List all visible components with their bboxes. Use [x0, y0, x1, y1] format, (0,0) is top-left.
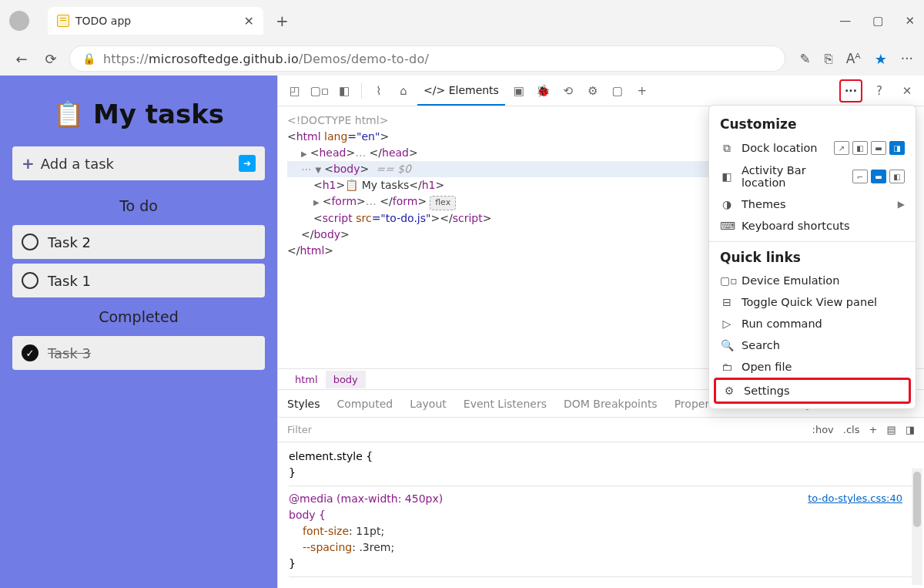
filter-input[interactable]: Filter	[287, 424, 312, 435]
menu-dock-location[interactable]: ⧉ Dock location ↗ ◧ ▬ ◨	[709, 136, 916, 160]
crumb-body[interactable]: body	[326, 371, 366, 388]
task-item[interactable]: Task 2	[12, 225, 265, 259]
style-rule-close: }	[289, 465, 913, 481]
plus-icon: +	[22, 154, 35, 173]
help-icon[interactable]: ?	[869, 84, 890, 98]
activity-pos-1[interactable]: ⌐	[852, 170, 868, 183]
subtab-styles[interactable]: Styles	[287, 398, 320, 410]
gear-icon[interactable]: ⚙	[582, 84, 604, 98]
styles-filter-bar: Filter :hov .cls + ▤ ◨	[278, 418, 924, 442]
dock-right-icon[interactable]: ◨	[889, 141, 905, 155]
activity-pos-3[interactable]: ◧	[889, 170, 905, 183]
style-source-link[interactable]: to-do-styles.css:40	[808, 491, 902, 506]
checkbox-icon[interactable]	[22, 272, 38, 289]
activity-icon: ◧	[720, 170, 734, 183]
sources-icon[interactable]: 🐞	[533, 84, 554, 98]
task-label: Task 3	[48, 345, 91, 361]
chevron-right-icon: ▶	[898, 199, 905, 210]
dock-bottom-icon[interactable]: ▬	[871, 141, 886, 155]
tab-favicon	[57, 15, 69, 27]
add-tab-icon[interactable]: +	[631, 84, 653, 98]
new-rule-icon[interactable]: +	[869, 424, 878, 435]
menu-activity-bar[interactable]: ◧ Activity Bar location ⌐ ▬ ◧	[709, 160, 916, 193]
computed-toggle-icon[interactable]: ◨	[906, 424, 915, 435]
perf-icon[interactable]: ⟲	[557, 84, 579, 98]
subtab-computed[interactable]: Computed	[336, 398, 393, 410]
quickview-icon: ⊟	[720, 296, 734, 308]
crumb-html[interactable]: html	[287, 371, 326, 388]
reload-button[interactable]: ⟳	[40, 51, 62, 67]
dock-left-icon[interactable]: ◧	[852, 141, 868, 155]
console-icon[interactable]: ▣	[508, 84, 530, 98]
new-tab-button[interactable]: +	[276, 12, 289, 30]
font-size-icon[interactable]: Aᴬ	[846, 51, 861, 66]
close-devtools-icon[interactable]: ✕	[896, 84, 918, 98]
maximize-button[interactable]: ▢	[872, 14, 883, 28]
menu-settings[interactable]: ⚙ Settings	[716, 380, 909, 402]
task-label: Task 1	[48, 273, 91, 289]
browser-menu-button[interactable]: ···	[901, 51, 913, 66]
favorite-icon[interactable]: ★	[875, 51, 887, 67]
dock-undock-icon[interactable]: ↗	[834, 141, 849, 155]
menu-keyboard-shortcuts[interactable]: ⌨ Keyboard shortcuts	[709, 215, 916, 237]
app-header: 📋 My tasks	[8, 80, 270, 143]
scroll-thumb[interactable]	[913, 472, 921, 527]
subtab-listeners[interactable]: Event Listeners	[464, 398, 547, 410]
browser-toolbar: ← ⟳ 🔒 https://microsoftedge.github.io/De…	[0, 42, 924, 76]
subtab-dombp[interactable]: DOM Breakpoints	[564, 398, 658, 410]
profile-avatar[interactable]	[9, 11, 29, 31]
minimize-button[interactable]: —	[839, 14, 851, 28]
device-emulation-icon: ▢▫	[720, 274, 734, 287]
hov-toggle[interactable]: :hov	[812, 424, 834, 435]
inspect-icon[interactable]: ◰	[284, 84, 306, 98]
flex-editor-icon[interactable]: ▤	[886, 424, 896, 435]
menu-run-command[interactable]: ▷ Run command	[709, 313, 916, 334]
window-controls: — ▢ ✕	[839, 14, 915, 28]
style-rule-close: }	[289, 556, 913, 572]
collections-icon[interactable]: ⎘	[825, 51, 832, 66]
address-bar[interactable]: 🔒 https://microsoftedge.github.io/Demos/…	[69, 45, 785, 72]
task-item[interactable]: Task 1	[12, 264, 265, 297]
browser-tab[interactable]: TODO app ✕	[48, 7, 263, 35]
scrollbar[interactable]	[912, 469, 922, 585]
menu-quick-view[interactable]: ⊟ Toggle Quick View panel	[709, 291, 916, 313]
keyboard-icon: ⌨	[720, 220, 734, 232]
dock-icon: ⧉	[720, 142, 734, 155]
back-button[interactable]: ←	[11, 51, 32, 67]
app-icon[interactable]: ▢	[607, 84, 628, 98]
devtools-more-button[interactable]: ···	[839, 79, 862, 102]
style-rule[interactable]: element.style {	[289, 449, 913, 465]
network-icon[interactable]: ⌇	[368, 84, 390, 98]
activity-pos-2[interactable]: ▬	[871, 170, 886, 183]
cls-toggle[interactable]: .cls	[843, 424, 860, 435]
checkbox-checked-icon[interactable]: ✓	[22, 344, 38, 361]
completed-section-label: Completed	[8, 302, 270, 331]
search-icon: 🔍	[720, 339, 734, 351]
menu-themes[interactable]: ◑ Themes ▶	[709, 193, 916, 215]
tab-title: TODO app	[75, 15, 238, 27]
home-icon[interactable]: ⌂	[393, 84, 414, 98]
menu-device-emulation[interactable]: ▢▫ Device Emulation	[709, 270, 916, 291]
styles-pane[interactable]: element.style { } to-do-styles.css:40 @m…	[278, 442, 924, 588]
browser-titlebar: TODO app ✕ + — ▢ ✕	[0, 0, 924, 42]
close-window-button[interactable]: ✕	[905, 14, 915, 28]
selector[interactable]: body {	[289, 509, 326, 521]
app-title: My tasks	[93, 99, 224, 129]
tab-elements[interactable]: </> Elements	[417, 76, 505, 106]
task-item-completed[interactable]: ✓ Task 3	[12, 336, 265, 370]
tab-close-icon[interactable]: ✕	[244, 14, 254, 29]
lock-icon: 🔒	[82, 52, 95, 65]
subtab-layout[interactable]: Layout	[410, 398, 447, 410]
checkbox-icon[interactable]	[22, 234, 38, 250]
submit-arrow-icon[interactable]: ➜	[239, 155, 256, 172]
edit-icon[interactable]: ✎	[799, 51, 810, 66]
panel-icon[interactable]: ◧	[333, 84, 355, 98]
add-task-input[interactable]: + Add a task ➜	[12, 146, 265, 180]
url-text: https://microsoftedge.github.io/Demos/de…	[103, 52, 429, 66]
menu-search[interactable]: 🔍 Search	[709, 334, 916, 356]
device-icon[interactable]: ▢▫	[309, 84, 330, 98]
run-icon: ▷	[720, 318, 734, 330]
menu-open-file[interactable]: 🗀 Open file	[709, 356, 916, 378]
task-label: Task 2	[48, 234, 91, 250]
app-viewport: 📋 My tasks + Add a task ➜ To do Task 2 T…	[0, 76, 277, 588]
